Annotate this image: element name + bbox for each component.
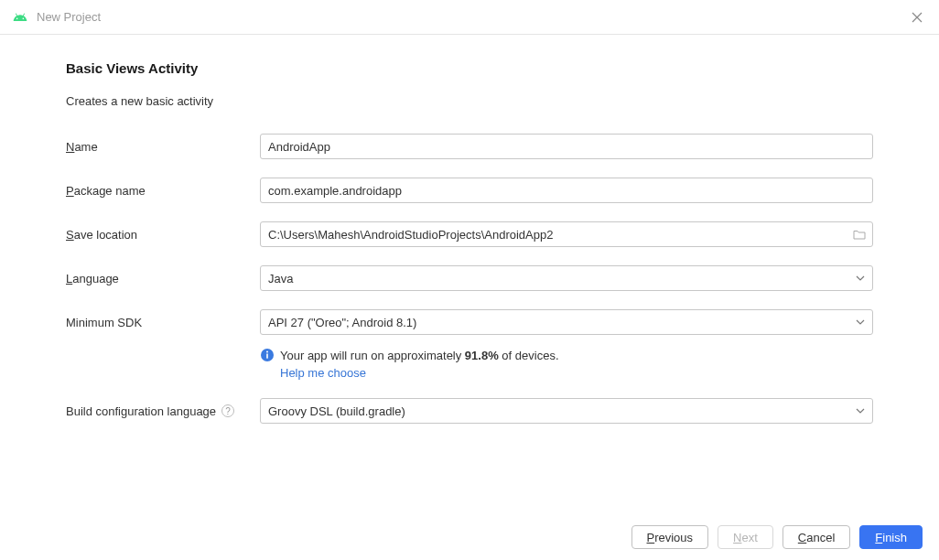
titlebar: New Project bbox=[0, 0, 939, 35]
min-sdk-select[interactable]: API 27 ("Oreo"; Android 8.1) bbox=[260, 309, 873, 335]
label-save-location: Save location bbox=[66, 228, 260, 242]
label-language: Language bbox=[66, 272, 260, 285]
close-button[interactable] bbox=[908, 8, 926, 27]
info-icon bbox=[260, 348, 275, 362]
android-logo-icon bbox=[13, 10, 27, 25]
save-location-wrapper bbox=[260, 221, 873, 247]
chevron-down-icon bbox=[856, 408, 865, 414]
label-package: Package name bbox=[66, 184, 260, 198]
svg-point-2 bbox=[266, 350, 268, 352]
language-value: Java bbox=[268, 272, 293, 285]
dialog-footer: Previous Next Cancel Finish bbox=[0, 514, 939, 560]
finish-button[interactable]: Finish bbox=[859, 525, 923, 549]
row-language: Language Java bbox=[66, 265, 873, 291]
build-lang-select[interactable]: Groovy DSL (build.gradle) bbox=[260, 398, 873, 424]
save-location-input[interactable] bbox=[260, 221, 873, 247]
chevron-down-icon bbox=[856, 319, 865, 325]
min-sdk-value: API 27 ("Oreo"; Android 8.1) bbox=[268, 316, 416, 329]
cancel-button[interactable]: Cancel bbox=[782, 525, 850, 549]
label-name: Name bbox=[66, 140, 260, 154]
build-lang-value: Groovy DSL (build.gradle) bbox=[268, 404, 405, 418]
row-package: Package name bbox=[66, 178, 873, 203]
dialog-title: New Project bbox=[37, 10, 101, 24]
sdk-help-text: Your app will run on approximately 91.8%… bbox=[260, 348, 873, 362]
label-min-sdk: Minimum SDK bbox=[66, 316, 260, 329]
close-icon bbox=[912, 12, 923, 23]
row-save-location: Save location bbox=[66, 221, 873, 247]
previous-button[interactable]: Previous bbox=[631, 525, 709, 549]
dialog-content: Basic Views Activity Creates a new basic… bbox=[0, 35, 939, 424]
chevron-down-icon bbox=[856, 275, 865, 281]
row-min-sdk: Minimum SDK API 27 ("Oreo"; Android 8.1) bbox=[66, 309, 873, 335]
page-heading: Basic Views Activity bbox=[66, 60, 873, 76]
next-button: Next bbox=[718, 525, 773, 549]
label-build-lang: Build configuration language ? bbox=[66, 404, 260, 418]
row-sdk-help: Your app will run on approximately 91.8%… bbox=[66, 348, 873, 380]
help-me-choose-link[interactable]: Help me choose bbox=[280, 366, 366, 380]
language-select[interactable]: Java bbox=[260, 265, 873, 291]
name-input[interactable] bbox=[260, 134, 873, 159]
row-build-lang: Build configuration language ? Groovy DS… bbox=[66, 398, 873, 424]
page-subtitle: Creates a new basic activity bbox=[66, 94, 873, 108]
help-icon[interactable]: ? bbox=[221, 404, 234, 417]
package-input[interactable] bbox=[260, 178, 873, 203]
row-name: Name bbox=[66, 134, 873, 159]
svg-rect-1 bbox=[266, 354, 268, 359]
